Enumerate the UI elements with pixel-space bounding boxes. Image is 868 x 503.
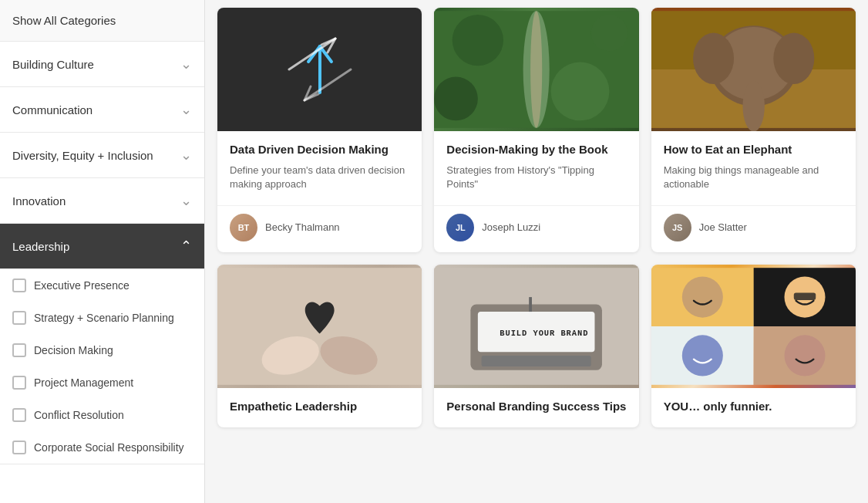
svg-rect-29 <box>482 356 591 366</box>
checkbox-strategy-scenario[interactable] <box>12 311 26 325</box>
sidebar-item-show-all-label: Show All Categories <box>12 14 116 27</box>
main-content: Data Driven Decision Making Define your … <box>205 0 868 503</box>
card-description: Strategies from History's "Tipping Point… <box>446 164 626 191</box>
svg-point-21 <box>773 33 814 84</box>
avatar: BT <box>230 214 257 241</box>
checkbox-executive-presence[interactable] <box>12 279 26 292</box>
svg-line-3 <box>289 39 335 69</box>
sidebar-item-communication-label: Communication <box>12 103 93 116</box>
card-body: How to Eat an Elephant Making big things… <box>651 131 856 199</box>
card-title: How to Eat an Elephant <box>664 142 843 157</box>
author-name: Becky Thalmann <box>265 221 340 233</box>
card-you-funnier[interactable]: YOU… only funnier. <box>651 265 856 428</box>
chevron-down-icon: ⌄ <box>180 147 192 164</box>
subitem-corporate-social-label: Corporate Social Responsibility <box>34 441 184 454</box>
card-description: Making big things manageable and actiona… <box>664 164 843 191</box>
subitem-strategy-scenario-label: Strategy + Scenario Planning <box>34 312 174 324</box>
svg-rect-40 <box>793 292 815 299</box>
checkbox-decision-making[interactable] <box>12 343 26 357</box>
svg-point-11 <box>530 11 542 128</box>
checkbox-project-management[interactable] <box>12 376 26 390</box>
card-title: Decision-Making by the Book <box>446 142 626 157</box>
svg-point-15 <box>434 76 478 120</box>
card-image-path <box>434 8 638 131</box>
author-name: Joe Slatter <box>699 221 747 233</box>
sidebar-item-leadership[interactable]: Leadership ⌃ <box>0 224 204 269</box>
avatar: JS <box>664 214 691 241</box>
svg-point-13 <box>551 62 610 121</box>
sidebar: Show All Categories Building Culture ⌄ C… <box>0 0 205 503</box>
card-title: Empathetic Leadership <box>230 399 409 414</box>
sidebar-item-building-culture[interactable]: Building Culture ⌄ <box>0 42 204 87</box>
svg-line-6 <box>304 69 351 100</box>
chevron-down-icon: ⌄ <box>180 101 192 118</box>
sidebar-item-innovation[interactable]: Innovation ⌄ <box>0 178 204 224</box>
subitem-conflict-resolution[interactable]: Conflict Resolution <box>0 399 204 431</box>
subitem-decision-making-label: Decision Making <box>34 344 113 356</box>
subitem-executive-presence-label: Executive Presence <box>34 279 130 292</box>
svg-point-39 <box>784 335 825 376</box>
svg-text:BUILD YOUR BRAND: BUILD YOUR BRAND <box>500 329 589 338</box>
sidebar-item-communication[interactable]: Communication ⌄ <box>0 87 204 133</box>
author-name: Joseph Luzzi <box>482 221 540 233</box>
svg-point-12 <box>453 15 503 66</box>
card-elephant[interactable]: How to Eat an Elephant Making big things… <box>651 8 856 252</box>
sidebar-item-diversity-label: Diversity, Equity + Inclusion <box>12 149 153 162</box>
subitem-project-management-label: Project Management <box>34 376 133 389</box>
card-personal-branding[interactable]: BUILD YOUR BRAND Personal Branding Succe… <box>434 265 638 428</box>
card-title: Data Driven Decision Making <box>230 142 409 157</box>
card-image-people <box>651 265 856 388</box>
card-footer: BT Becky Thalmann <box>217 205 422 252</box>
card-description: Define your team's data driven decision … <box>230 164 409 191</box>
svg-point-22 <box>742 80 764 131</box>
card-body: Data Driven Decision Making Define your … <box>217 131 422 199</box>
card-image-typewriter: BUILD YOUR BRAND <box>434 265 638 388</box>
subitem-executive-presence[interactable]: Executive Presence <box>0 269 204 302</box>
checkbox-corporate-social[interactable] <box>12 441 26 454</box>
sidebar-item-leadership-label: Leadership <box>12 240 69 253</box>
sidebar-item-diversity[interactable]: Diversity, Equity + Inclusion ⌄ <box>0 133 204 178</box>
subitem-strategy-scenario[interactable]: Strategy + Scenario Planning <box>0 302 204 334</box>
card-title: Personal Branding Success Tips <box>446 399 626 414</box>
cards-grid: Data Driven Decision Making Define your … <box>217 8 856 427</box>
card-body: YOU… only funnier. <box>651 388 856 428</box>
card-body: Personal Branding Success Tips <box>434 388 638 428</box>
card-title: YOU… only funnier. <box>664 399 843 414</box>
chevron-down-icon: ⌄ <box>180 192 192 209</box>
subitem-corporate-social[interactable]: Corporate Social Responsibility <box>0 431 204 464</box>
chevron-down-icon: ⌄ <box>180 56 192 73</box>
card-data-driven[interactable]: Data Driven Decision Making Define your … <box>217 8 422 252</box>
svg-point-14 <box>591 15 627 51</box>
chevron-up-icon: ⌃ <box>180 238 192 255</box>
card-empathetic-leadership[interactable]: Empathetic Leadership <box>217 265 422 428</box>
card-image-elephant <box>651 8 856 131</box>
subitem-project-management[interactable]: Project Management <box>0 366 204 399</box>
avatar: JL <box>446 214 474 241</box>
card-body: Empathetic Leadership <box>217 388 422 428</box>
sidebar-item-building-culture-label: Building Culture <box>12 58 94 71</box>
card-body: Decision-Making by the Book Strategies f… <box>434 131 638 199</box>
checkbox-conflict-resolution[interactable] <box>12 408 26 422</box>
card-image-arrows <box>217 8 422 131</box>
card-footer: JS Joe Slatter <box>651 205 856 252</box>
svg-point-20 <box>693 33 734 84</box>
card-decision-book[interactable]: Decision-Making by the Book Strategies f… <box>434 8 638 252</box>
leadership-subitems: Executive Presence Strategy + Scenario P… <box>0 269 204 464</box>
card-footer: JL Joseph Luzzi <box>434 205 638 252</box>
sidebar-item-show-all[interactable]: Show All Categories <box>0 0 204 42</box>
sidebar-item-innovation-label: Innovation <box>12 194 66 208</box>
svg-rect-31 <box>530 297 533 312</box>
svg-point-36 <box>681 276 722 317</box>
subitem-conflict-resolution-label: Conflict Resolution <box>34 409 124 421</box>
card-image-hands <box>217 265 422 388</box>
subitem-decision-making[interactable]: Decision Making <box>0 334 204 366</box>
svg-point-38 <box>681 335 722 376</box>
